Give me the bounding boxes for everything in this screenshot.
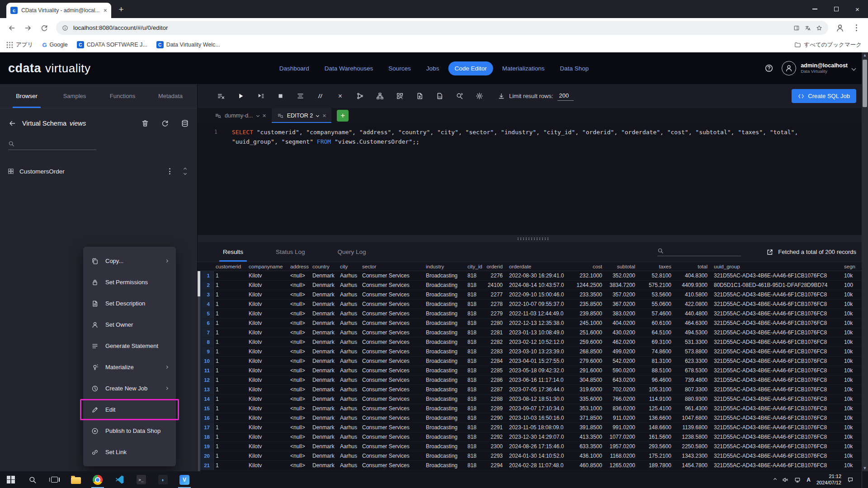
scroll-up-icon[interactable]: ▲ — [863, 52, 867, 58]
table-cell[interactable]: 2023-04-01 15:27:55.0 — [507, 357, 574, 366]
table-cell[interactable]: 1265.0200 — [607, 461, 640, 470]
menu-item-set-permissions[interactable]: Set Permissions — [83, 272, 176, 293]
table-row[interactable]: 111Kilotv<null>DenmarkAarhusConsumer Ser… — [198, 366, 868, 375]
table-cell[interactable]: Kilotv — [247, 413, 288, 422]
table-cell[interactable]: 136.6600 — [640, 413, 676, 422]
table-cell[interactable]: 24100 — [485, 281, 507, 290]
table-cell[interactable]: 818 — [466, 366, 485, 375]
table-cell[interactable]: 2023-09-07 17:10:34.0 — [507, 404, 574, 413]
table-cell[interactable]: 74.8600 — [640, 347, 676, 356]
table-cell[interactable]: Denmark — [311, 423, 338, 432]
table-cell[interactable]: Consumer Services — [360, 394, 424, 404]
volume-muted-icon[interactable] — [782, 477, 788, 483]
table-cell[interactable]: 321D55AC-AD43-4B6E-AA46-6F1CB1076FC8 — [712, 347, 842, 356]
menu-item-set-link[interactable]: Set Link — [83, 441, 176, 463]
table-cell[interactable]: 4409.9300 — [676, 281, 712, 290]
table-cell[interactable]: Broadcasting — [424, 271, 466, 280]
table-cell[interactable]: 818 — [466, 290, 485, 299]
table-cell[interactable]: 321D55AC-AD43-4B6E-AA46-6F1CB1076FC8 — [712, 319, 842, 328]
browser-profile-icon[interactable] — [833, 21, 847, 35]
table-cell[interactable]: 2291 — [485, 423, 507, 432]
table-row[interactable]: 71Kilotv<null>DenmarkAarhusConsumer Serv… — [198, 328, 868, 338]
create-sql-job-button[interactable]: Create SQL Job — [792, 89, 856, 103]
table-row[interactable]: 91Kilotv<null>DenmarkAarhusConsumer Serv… — [198, 347, 868, 357]
table-cell[interactable]: Broadcasting — [424, 404, 466, 413]
table-cell[interactable]: Aarhus — [338, 338, 360, 347]
menu-item-create-new-job[interactable]: Create New Job — [83, 378, 176, 399]
table-cell[interactable]: Broadcasting — [424, 461, 466, 470]
table-cell[interactable]: 410.5800 — [676, 290, 712, 299]
column-header-customerid[interactable]: customerid — [214, 262, 247, 271]
table-cell[interactable]: <null> — [288, 461, 311, 470]
table-cell[interactable]: Denmark — [311, 385, 338, 394]
comment-icon[interactable]: // — [313, 89, 327, 103]
table-cell[interactable]: 2293 — [485, 451, 507, 460]
tab-functions[interactable]: Functions — [99, 84, 146, 108]
table-cell[interactable]: 818 — [466, 375, 485, 385]
table-cell[interactable]: <null> — [288, 300, 311, 309]
find-replace-icon[interactable] — [453, 89, 467, 103]
tray-expand-icon[interactable] — [774, 478, 777, 481]
table-cell[interactable]: 818 — [466, 347, 485, 356]
bookmark-star-icon[interactable] — [816, 25, 822, 31]
table-cell[interactable]: Aarhus — [338, 300, 360, 309]
table-cell[interactable]: Kilotv — [247, 423, 288, 432]
export-csv-icon[interactable] — [433, 89, 447, 103]
table-cell[interactable]: 499.0200 — [607, 347, 640, 356]
table-cell[interactable]: 2287 — [485, 385, 507, 394]
taskbar-search-button[interactable] — [22, 471, 43, 488]
browser-menu-icon[interactable] — [849, 21, 863, 35]
table-cell[interactable]: 105.3100 — [640, 385, 676, 394]
table-cell[interactable]: 1 — [214, 290, 247, 299]
task-view-button[interactable] — [43, 471, 65, 488]
table-cell[interactable]: 2024-01-30 14:10:52.0 — [507, 451, 574, 460]
column-header-city_id[interactable]: city_id — [466, 262, 485, 271]
table-cell[interactable]: Aarhus — [338, 461, 360, 470]
table-row[interactable]: 101Kilotv<null>DenmarkAarhusConsumer Ser… — [198, 357, 868, 366]
table-cell[interactable]: 2283 — [485, 347, 507, 356]
schema-database-icon[interactable] — [181, 119, 189, 127]
page-scrollbar[interactable]: ▲ ▼ — [862, 52, 868, 471]
scroll-down-icon[interactable]: ▼ — [863, 465, 867, 471]
table-cell[interactable]: Aarhus — [338, 357, 360, 366]
table-cell[interactable]: 2022-10-07 09:55:37.0 — [507, 300, 574, 309]
table-cell[interactable]: 436.1000 — [574, 451, 607, 460]
table-row[interactable]: 181Kilotv<null>DenmarkAarhusConsumer Ser… — [198, 432, 868, 442]
table-cell[interactable]: 321D55AC-AD43-4B6E-AA46-6F1CB1076FC8 — [712, 432, 842, 441]
table-cell[interactable]: 836.0200 — [607, 404, 640, 413]
table-cell[interactable]: 1 — [214, 281, 247, 290]
table-cell[interactable]: 1 — [214, 328, 247, 337]
table-cell[interactable]: Broadcasting — [424, 423, 466, 432]
table-cell[interactable]: 739.4800 — [676, 375, 712, 385]
table-cell[interactable]: 2024-08-26 17:15:46.0 — [507, 442, 574, 451]
column-header-cost[interactable]: cost — [574, 262, 607, 271]
table-cell[interactable]: 321D55AC-AD43-4B6E-AA46-6F1CB1076FC8 — [712, 309, 842, 318]
table-cell[interactable]: 678.5300 — [676, 366, 712, 375]
table-cell[interactable]: Consumer Services — [360, 281, 424, 290]
table-cell[interactable]: 2279 — [485, 309, 507, 318]
table-cell[interactable]: <null> — [288, 366, 311, 375]
table-cell[interactable]: 96.4600 — [640, 375, 676, 385]
menu-item-set-owner[interactable]: Set Owner — [83, 314, 176, 335]
table-row[interactable]: 151Kilotv<null>DenmarkAarhusConsumer Ser… — [198, 404, 868, 413]
table-cell[interactable]: Consumer Services — [360, 442, 424, 451]
table-cell[interactable]: 911.0200 — [607, 413, 640, 422]
table-cell[interactable]: Denmark — [311, 300, 338, 309]
table-cell[interactable]: Denmark — [311, 347, 338, 356]
table-cell[interactable]: 590.0200 — [607, 366, 640, 375]
table-cell[interactable]: 1 — [214, 271, 247, 280]
table-cell[interactable]: 430.0200 — [607, 328, 640, 337]
column-header-taxes[interactable]: taxes — [640, 262, 676, 271]
table-cell[interactable]: Consumer Services — [360, 432, 424, 441]
table-cell[interactable]: Denmark — [311, 309, 338, 318]
tab-chevron-icon[interactable] — [256, 114, 259, 117]
table-cell[interactable]: 321D55AC-AD43-4B6E-AA46-6F1CB1076FC8 — [712, 357, 842, 366]
table-cell[interactable]: 371.8500 — [574, 413, 607, 422]
column-header-orderdate[interactable]: orderdate — [507, 262, 574, 271]
table-cell[interactable]: Kilotv — [247, 347, 288, 356]
panel-splitter[interactable] — [198, 235, 868, 242]
results-scrollbar-thumb[interactable] — [198, 271, 200, 296]
table-cell[interactable]: Kilotv — [247, 385, 288, 394]
results-search-input[interactable] — [668, 248, 741, 254]
table-cell[interactable]: 818 — [466, 423, 485, 432]
